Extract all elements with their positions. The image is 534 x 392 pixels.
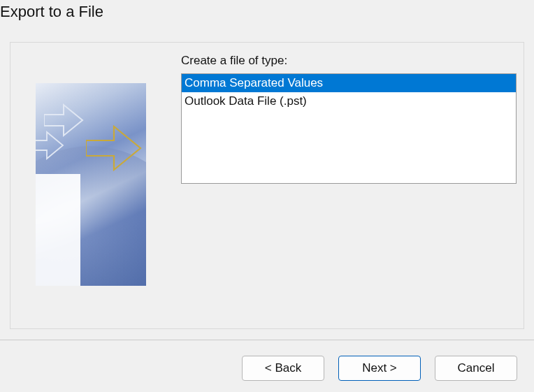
- next-button[interactable]: Next >: [338, 356, 421, 381]
- export-wizard-dialog: Export to a File: [0, 0, 534, 392]
- file-type-label: Create a file of type:: [181, 54, 517, 68]
- file-type-option-csv[interactable]: Comma Separated Values: [182, 74, 516, 92]
- wizard-image-panel: [10, 43, 171, 328]
- button-separator: [0, 340, 534, 340]
- file-type-listbox[interactable]: Comma Separated Values Outlook Data File…: [181, 73, 517, 184]
- wizard-content: Create a file of type: Comma Separated V…: [10, 42, 524, 329]
- wizard-button-row: < Back Next > Cancel: [242, 356, 517, 381]
- file-type-panel: Create a file of type: Comma Separated V…: [171, 43, 524, 328]
- arrow-right-smaller-icon: [36, 131, 65, 160]
- back-button[interactable]: < Back: [242, 356, 324, 381]
- cancel-button[interactable]: Cancel: [435, 356, 517, 381]
- dialog-title: Export to a File: [0, 0, 534, 21]
- arrow-right-icon: [86, 124, 143, 173]
- wizard-decorative-image: [36, 83, 146, 286]
- file-type-option-pst[interactable]: Outlook Data File (.pst): [182, 92, 516, 110]
